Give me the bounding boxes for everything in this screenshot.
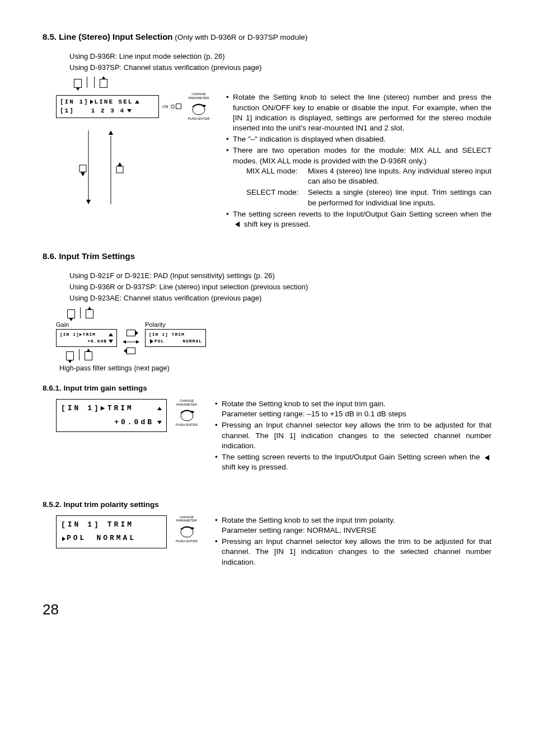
knob-icon bbox=[179, 407, 195, 422]
knob-label: PARAMETER bbox=[189, 96, 209, 100]
subsection-title-861: 8.6.1. Input trim gain settings bbox=[43, 383, 491, 393]
up-key-icon bbox=[100, 79, 107, 88]
lcd-text: POL bbox=[67, 532, 86, 546]
triangle-down-icon bbox=[127, 109, 132, 112]
left-key-icon bbox=[127, 348, 135, 354]
knob-label: CHANGE bbox=[180, 515, 194, 519]
on-label: ON bbox=[162, 104, 168, 109]
lcd-text: [IN 1] bbox=[60, 97, 89, 107]
usage-lines-86: Using D-921F or D-921E: PAD (Input sensi… bbox=[69, 271, 491, 303]
bullet-text: Rotate the Setting knob to set the input… bbox=[222, 400, 386, 408]
lcd-text: +0.0dB bbox=[114, 416, 154, 430]
bullet-text: The setting screen reverts to the Input/… bbox=[233, 210, 491, 218]
bullet-item: Pressing an Input channel selector key a… bbox=[215, 537, 491, 567]
lcd-text: 1 2 3 4 bbox=[91, 106, 125, 116]
triangle-right-icon bbox=[62, 537, 65, 541]
lcd-text: NORMAL bbox=[96, 532, 136, 546]
down-key-icon bbox=[74, 79, 82, 88]
knob-label: CHANGE bbox=[191, 92, 206, 96]
divider-icon bbox=[94, 77, 95, 88]
horizontal-nav-icons bbox=[123, 330, 139, 354]
bullet-item: The setting screen reverts to the Input/… bbox=[226, 209, 491, 229]
shift-left-icon bbox=[485, 455, 489, 461]
nav-icon-pair bbox=[67, 307, 93, 318]
lcd-text: [IN 1] TRIM bbox=[149, 331, 185, 338]
knob-label: PARAMETER bbox=[176, 519, 197, 523]
lcd-trim-polarity: [IN 1]TRIM POLNORMAL bbox=[56, 515, 167, 548]
lcd-polarity-small: [IN 1] TRIM POLNORMAL bbox=[145, 329, 206, 347]
led-icon bbox=[176, 104, 181, 109]
up-key-icon bbox=[85, 351, 92, 360]
svg-marker-12 bbox=[136, 340, 139, 344]
bullet-text: Rotate the Setting knob to set the input… bbox=[222, 516, 395, 524]
triangle-up-icon bbox=[135, 100, 139, 104]
bullet-list-852: Rotate the Setting knob to set the input… bbox=[215, 515, 491, 569]
lcd-text: [IN 1]▶TRIM bbox=[61, 402, 134, 416]
right-key-icon bbox=[127, 330, 135, 336]
lcd-text: LINE SEL bbox=[95, 97, 133, 107]
bullet-text: shift key is pressed. bbox=[242, 220, 310, 228]
range-text: Parameter setting range: NORMAL, INVERSE bbox=[222, 526, 377, 534]
lcd-text: [IN 1] bbox=[61, 518, 101, 532]
setting-knob: CHANGE PARAMETER PUSH-ENTER bbox=[188, 92, 210, 120]
range-text: Parameter setting range: –15 to +15 dB i… bbox=[222, 410, 406, 418]
triangle-down-icon bbox=[157, 421, 162, 424]
triangle-down-icon bbox=[109, 340, 113, 343]
lcd-line-sel: [IN 1]LINE SEL [1]1 2 3 4 bbox=[56, 95, 159, 118]
lcd-text: +0.0dB bbox=[87, 338, 107, 345]
svg-marker-5 bbox=[81, 172, 85, 176]
knob-label: PUSH-ENTER bbox=[176, 539, 198, 543]
usage-line: Using D-936R: Line input mode selection … bbox=[69, 51, 491, 62]
knob-label: PUSH-ENTER bbox=[176, 423, 198, 427]
up-key-icon bbox=[86, 309, 93, 318]
bullet-item: The "–" indication is displayed when dis… bbox=[226, 134, 491, 144]
page-number: 28 bbox=[43, 600, 491, 619]
down-key-icon bbox=[66, 351, 74, 360]
svg-marker-7 bbox=[109, 130, 113, 135]
lcd-text: POL bbox=[154, 338, 164, 345]
usage-line: Using D-937SP: Channel status verificati… bbox=[69, 63, 491, 73]
knob-label: PARAMETER bbox=[176, 403, 197, 407]
bullet-item: Pressing an Input channel selector key a… bbox=[215, 420, 491, 451]
section-num: 8.5. Line (Stereo) Input Selection bbox=[43, 32, 173, 41]
mode-label: SELECT mode: bbox=[246, 187, 308, 198]
bullet-list-861: Rotate the Setting knob to set the input… bbox=[215, 399, 491, 474]
lcd-text: TRIM bbox=[107, 518, 134, 532]
usage-line: Using D-923AE: Channel status verificati… bbox=[69, 293, 491, 303]
shift-left-icon bbox=[235, 222, 240, 227]
bullet-item: Rotate the Setting knob to set the input… bbox=[215, 515, 491, 536]
setting-knob: CHANGE PARAMETER PUSH-ENTER bbox=[176, 515, 198, 543]
section-title-85: 8.5. Line (Stereo) Input Selection (Only… bbox=[43, 31, 491, 43]
knob-icon bbox=[179, 523, 195, 539]
usage-line: Using D-921F or D-921E: PAD (Input sensi… bbox=[69, 271, 491, 281]
svg-marker-11 bbox=[123, 340, 126, 344]
double-arrow-icon bbox=[123, 340, 139, 344]
bullet-list-85: Rotate the Setting knob to select the li… bbox=[226, 92, 491, 231]
figure-caption: High-pass filter settings (next page) bbox=[59, 364, 491, 373]
nav-icon-pair bbox=[66, 349, 92, 360]
svg-marker-3 bbox=[86, 200, 91, 204]
svg-marker-9 bbox=[118, 162, 122, 166]
triangle-up-icon bbox=[109, 333, 113, 336]
section-title-86: 8.6. Input Trim Settings bbox=[43, 251, 491, 262]
triangle-right-icon bbox=[150, 339, 153, 344]
led-icon bbox=[171, 105, 175, 109]
bullet-item: There are two operation modes for the mo… bbox=[226, 145, 491, 208]
usage-lines-85: Using D-936R: Line input mode selection … bbox=[69, 51, 491, 72]
knob-label: PUSH-ENTER bbox=[188, 117, 210, 121]
setting-knob: CHANGE PARAMETER PUSH-ENTER bbox=[176, 399, 198, 427]
svg-rect-8 bbox=[116, 166, 123, 173]
section-note: (Only with D-936R or D-937SP module) bbox=[173, 33, 308, 41]
mode-label: MIX ALL mode: bbox=[246, 166, 308, 176]
mode-definitions: MIX ALL mode: Mixes 4 (stereo) line inpu… bbox=[246, 166, 491, 208]
bullet-text: The setting screen reverts to the Input/… bbox=[222, 453, 483, 461]
gain-label: Gain bbox=[56, 321, 117, 329]
mode-text: Selects a single (stereo) line input. Tr… bbox=[308, 187, 491, 208]
mode-text: Mixes 4 (stereo) line inputs. Any indivi… bbox=[308, 166, 491, 186]
lcd-gain-small: [IN 1]▶TRIM +0.0dB bbox=[56, 329, 117, 347]
bullet-item: Rotate the Setting knob to select the li… bbox=[226, 92, 491, 133]
lcd-text: NORMAL bbox=[182, 338, 202, 345]
polarity-label: Polarity bbox=[145, 321, 206, 329]
triangle-right-icon bbox=[90, 100, 93, 104]
bullet-item: Rotate the Setting knob to set the input… bbox=[215, 399, 491, 419]
